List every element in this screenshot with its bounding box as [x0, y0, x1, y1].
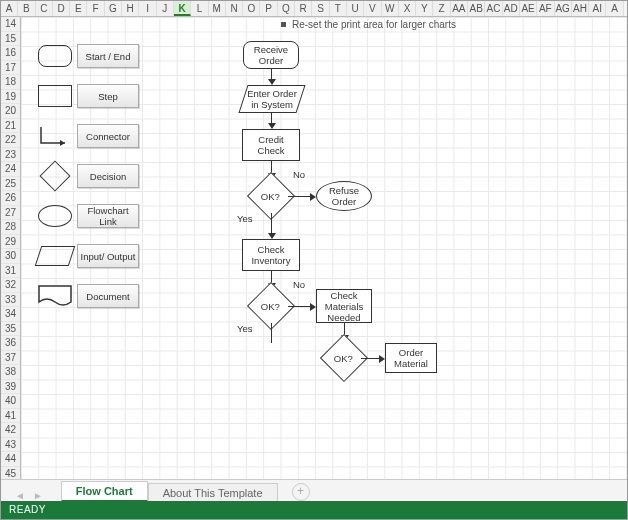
- row-header-14[interactable]: 14: [1, 17, 20, 32]
- row-header-32[interactable]: 32: [1, 278, 20, 293]
- hint-row: Re-set the print area for larger charts: [281, 19, 456, 30]
- col-header-L[interactable]: L: [191, 1, 208, 16]
- legend-flowchart-link-button[interactable]: Flowchart Link: [77, 204, 139, 228]
- column-headers[interactable]: ABCDEFGHIJKLMNOPQRSTUVWXYZAAABACADAEAFAG…: [1, 1, 627, 17]
- legend-document-button[interactable]: Document: [77, 284, 139, 308]
- node-check-materials[interactable]: Check Materials Needed: [316, 289, 372, 323]
- add-sheet-button[interactable]: +: [292, 483, 310, 501]
- legend-input-output-button[interactable]: Input/ Output: [77, 244, 139, 268]
- col-header-AI[interactable]: AI: [589, 1, 606, 16]
- row-header-30[interactable]: 30: [1, 249, 20, 264]
- col-header-U[interactable]: U: [347, 1, 364, 16]
- col-header-AF[interactable]: AF: [537, 1, 554, 16]
- col-header-E[interactable]: E: [70, 1, 87, 16]
- col-header-M[interactable]: M: [209, 1, 226, 16]
- col-header-F[interactable]: F: [87, 1, 104, 16]
- row-header-19[interactable]: 19: [1, 90, 20, 105]
- row-header-41[interactable]: 41: [1, 409, 20, 424]
- row-header-36[interactable]: 36: [1, 336, 20, 351]
- diamond-icon: [39, 160, 70, 191]
- node-check-inventory[interactable]: Check Inventory: [242, 239, 300, 271]
- col-header-AC[interactable]: AC: [485, 1, 502, 16]
- row-header-28[interactable]: 28: [1, 220, 20, 235]
- col-header-S[interactable]: S: [312, 1, 329, 16]
- row-headers[interactable]: 1415161718192021222324252627282930313233…: [1, 17, 21, 481]
- row-header-43[interactable]: 43: [1, 438, 20, 453]
- row-header-33[interactable]: 33: [1, 293, 20, 308]
- col-header-Q[interactable]: Q: [278, 1, 295, 16]
- row-header-37[interactable]: 37: [1, 351, 20, 366]
- worksheet-canvas[interactable]: Re-set the print area for larger charts …: [21, 17, 627, 481]
- col-header-X[interactable]: X: [399, 1, 416, 16]
- node-order-material[interactable]: Order Material: [385, 343, 437, 373]
- tab-flow-chart[interactable]: Flow Chart: [61, 481, 148, 502]
- row-header-24[interactable]: 24: [1, 162, 20, 177]
- row-header-15[interactable]: 15: [1, 32, 20, 47]
- col-header-O[interactable]: O: [243, 1, 260, 16]
- document-icon: [33, 282, 77, 310]
- row-header-20[interactable]: 20: [1, 104, 20, 119]
- row-header-38[interactable]: 38: [1, 365, 20, 380]
- bullet-icon: [281, 22, 286, 27]
- row-header-29[interactable]: 29: [1, 235, 20, 250]
- col-header-A[interactable]: A: [606, 1, 623, 16]
- col-header-AB[interactable]: AB: [468, 1, 485, 16]
- row-header-23[interactable]: 23: [1, 148, 20, 163]
- col-header-A[interactable]: A: [1, 1, 18, 16]
- row-header-27[interactable]: 27: [1, 206, 20, 221]
- col-header-N[interactable]: N: [226, 1, 243, 16]
- node-enter-order[interactable]: Enter Order in System: [238, 85, 305, 113]
- col-header-AD[interactable]: AD: [503, 1, 520, 16]
- col-header-AE[interactable]: AE: [520, 1, 537, 16]
- row-header-18[interactable]: 18: [1, 75, 20, 90]
- col-header-Y[interactable]: Y: [416, 1, 433, 16]
- row-header-44[interactable]: 44: [1, 452, 20, 467]
- row-header-22[interactable]: 22: [1, 133, 20, 148]
- legend-step-button[interactable]: Step: [77, 84, 139, 108]
- row-header-42[interactable]: 42: [1, 423, 20, 438]
- node-receive-order[interactable]: Receive Order: [243, 41, 299, 69]
- col-header-C[interactable]: C: [36, 1, 53, 16]
- col-header-G[interactable]: G: [105, 1, 122, 16]
- col-header-Z[interactable]: Z: [433, 1, 450, 16]
- legend-start-end-button[interactable]: Start / End: [77, 44, 139, 68]
- col-header-V[interactable]: V: [364, 1, 381, 16]
- row-header-16[interactable]: 16: [1, 46, 20, 61]
- row-header-40[interactable]: 40: [1, 394, 20, 409]
- col-header-D[interactable]: D: [53, 1, 70, 16]
- node-refuse-order[interactable]: Refuse Order: [316, 181, 372, 211]
- tab-about-template[interactable]: About This Template: [148, 483, 278, 502]
- col-header-B[interactable]: B: [18, 1, 35, 16]
- legend-connector-button[interactable]: Connector: [77, 124, 139, 148]
- col-header-J[interactable]: J: [157, 1, 174, 16]
- row-header-25[interactable]: 25: [1, 177, 20, 192]
- col-header-I[interactable]: I: [139, 1, 156, 16]
- row-header-34[interactable]: 34: [1, 307, 20, 322]
- col-header-AA[interactable]: AA: [451, 1, 468, 16]
- arrow: [271, 213, 272, 235]
- row-header-31[interactable]: 31: [1, 264, 20, 279]
- status-bar: READY: [1, 501, 627, 519]
- tab-prev-icon[interactable]: ◄: [15, 490, 25, 501]
- col-header-AG[interactable]: AG: [555, 1, 572, 16]
- col-header-R[interactable]: R: [295, 1, 312, 16]
- col-header-H[interactable]: H: [122, 1, 139, 16]
- node-credit-check[interactable]: Credit Check: [242, 129, 300, 161]
- row-header-26[interactable]: 26: [1, 191, 20, 206]
- arrow: [288, 306, 312, 307]
- tab-next-icon[interactable]: ►: [33, 490, 43, 501]
- col-header-AH[interactable]: AH: [572, 1, 589, 16]
- main-area: 1415161718192021222324252627282930313233…: [1, 17, 627, 481]
- hint-text: Re-set the print area for larger charts: [292, 19, 456, 30]
- row-header-35[interactable]: 35: [1, 322, 20, 337]
- col-header-P[interactable]: P: [260, 1, 277, 16]
- rounded-rect-icon: [38, 45, 72, 67]
- row-header-39[interactable]: 39: [1, 380, 20, 395]
- row-header-17[interactable]: 17: [1, 61, 20, 76]
- legend-decision-button[interactable]: Decision: [77, 164, 139, 188]
- row-header-21[interactable]: 21: [1, 119, 20, 134]
- col-header-W[interactable]: W: [382, 1, 399, 16]
- arrow: [288, 196, 312, 197]
- col-header-T[interactable]: T: [330, 1, 347, 16]
- col-header-K[interactable]: K: [174, 1, 191, 16]
